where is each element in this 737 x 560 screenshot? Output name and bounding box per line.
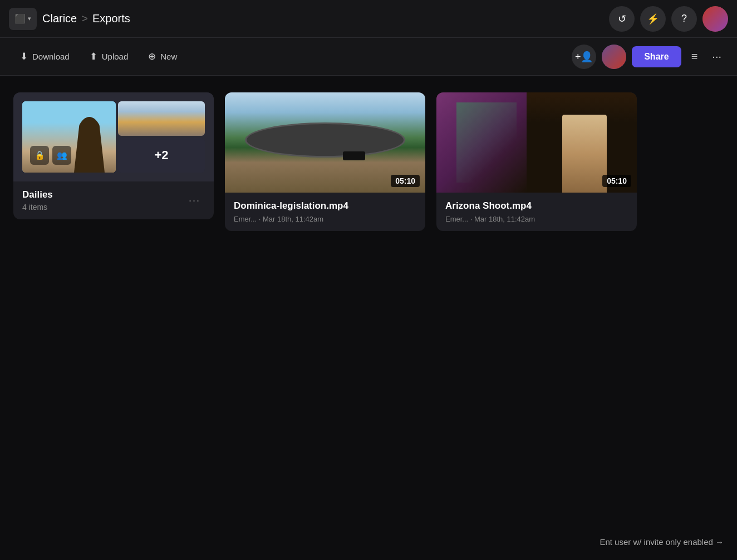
lightning-button[interactable]: ⚡	[640, 6, 666, 32]
help-button[interactable]: ?	[671, 6, 697, 32]
folder-name: Dailies	[22, 189, 53, 200]
breadcrumb-root[interactable]: Clarice	[42, 12, 77, 25]
member-avatar[interactable]	[602, 45, 626, 69]
folder-more-icon: ···	[189, 195, 200, 206]
video-card-arizona[interactable]: 05:10 Arizona Shoot.mp4 Emer... · Mar 18…	[436, 92, 637, 231]
refresh-button[interactable]: ↺	[609, 6, 635, 32]
main-content: 🔒 👥 +2 Dailies 4 items ···	[0, 76, 737, 248]
add-member-button[interactable]: +👤	[572, 45, 596, 69]
video-thumbnail-arizona: 05:10	[436, 92, 637, 193]
share-button[interactable]: Share	[632, 46, 681, 67]
help-icon: ?	[681, 13, 687, 24]
avatar	[702, 6, 728, 32]
video-card-dominica[interactable]: 05:10 Dominica-legislation.mp4 Emer... ·…	[225, 92, 425, 231]
video-duration-arizona: 05:10	[602, 175, 631, 187]
video-info-arizona: Arizona Shoot.mp4 Emer... · Mar 18th, 11…	[436, 193, 637, 231]
member-avatar-image	[602, 45, 626, 69]
list-view-button[interactable]: ≡	[687, 46, 702, 67]
video-duration-dominica: 05:10	[391, 175, 420, 187]
lock-icon: 🔒	[30, 146, 49, 165]
lightning-icon: ⚡	[647, 13, 659, 25]
share-label: Share	[644, 52, 669, 61]
more-options-button[interactable]: ···	[707, 46, 726, 67]
plus-count-label: +2	[154, 148, 168, 163]
nav-right: ↺ ⚡ ?	[609, 6, 728, 32]
upload-button[interactable]: ⬆ Upload	[81, 46, 137, 67]
nav-left: ⬛ ▾ Clarice > Exports	[9, 8, 130, 30]
toolbar: ⬇ Download ⬆ Upload ⊕ New +👤 Share ≡ ···	[0, 38, 737, 76]
add-member-icon: +👤	[575, 51, 593, 63]
user-avatar-button[interactable]	[702, 6, 728, 32]
person-shape	[562, 115, 607, 193]
download-button[interactable]: ⬇ Download	[11, 46, 78, 67]
race-car-shape	[343, 151, 365, 160]
video-meta-dominica: Emer... · Mar 18th, 11:42am	[234, 215, 416, 223]
video-thumbnail-dominica: 05:10	[225, 92, 425, 193]
race-track-shape	[245, 122, 405, 158]
new-button[interactable]: ⊕ New	[139, 46, 186, 67]
ellipsis-icon: ···	[712, 50, 721, 62]
video-title-arizona: Arizona Shoot.mp4	[445, 200, 628, 212]
video-meta-arizona: Emer... · Mar 18th, 11:42am	[445, 215, 628, 223]
folder-thumb-images: 🔒 👥 +2	[13, 92, 214, 181]
green-light-effect	[456, 102, 517, 183]
people-icon: 👥	[52, 146, 71, 165]
toolbar-right: +👤 Share ≡ ···	[572, 45, 726, 69]
folder-info: Dailies 4 items ···	[13, 181, 214, 219]
status-bar: Ent user w/ invite only enabled →	[600, 537, 724, 547]
chevron-down-icon: ▾	[28, 15, 31, 22]
video-info-dominica: Dominica-legislation.mp4 Emer... · Mar 1…	[225, 193, 425, 231]
folder-image-right: +2	[118, 101, 205, 173]
folder-more-button[interactable]: ···	[184, 193, 205, 209]
top-nav: ⬛ ▾ Clarice > Exports ↺ ⚡ ?	[0, 0, 737, 38]
bridge-thumbnail	[118, 101, 205, 136]
refresh-icon: ↺	[618, 13, 626, 25]
plus-circle-icon: ⊕	[148, 51, 156, 62]
list-view-icon: ≡	[691, 50, 698, 62]
status-text[interactable]: Ent user w/ invite only enabled →	[600, 537, 724, 547]
folder-thumbnail: 🔒 👥 +2	[13, 92, 214, 181]
bridge-image	[118, 101, 205, 136]
breadcrumb: Clarice > Exports	[42, 12, 130, 25]
upload-label: Upload	[102, 52, 129, 61]
folder-meta: Dailies 4 items	[22, 189, 53, 212]
folder-extra-count: +2	[118, 138, 205, 173]
download-label: Download	[32, 52, 70, 61]
breadcrumb-separator: >	[81, 12, 88, 25]
toolbar-left: ⬇ Download ⬆ Upload ⊕ New	[11, 46, 572, 67]
person-body	[562, 115, 607, 193]
video-title-dominica: Dominica-legislation.mp4	[234, 200, 416, 212]
download-icon: ⬇	[20, 51, 28, 62]
person-silhouette	[74, 117, 105, 173]
folder-items-count: 4 items	[22, 203, 53, 212]
new-label: New	[160, 52, 177, 61]
folder-card-dailies[interactable]: 🔒 👥 +2 Dailies 4 items ···	[13, 92, 214, 219]
logo-button[interactable]: ⬛ ▾	[9, 8, 37, 30]
breadcrumb-current: Exports	[92, 12, 130, 25]
logo-icon: ⬛	[14, 13, 26, 24]
folder-image-left: 🔒 👥	[22, 101, 116, 173]
upload-icon: ⬆	[90, 51, 97, 62]
